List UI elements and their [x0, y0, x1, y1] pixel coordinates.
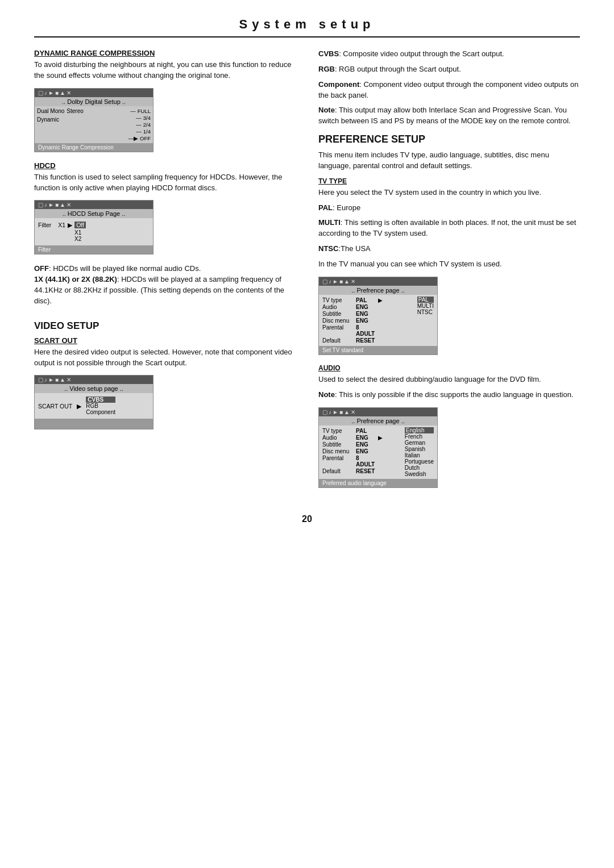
- dolby-title-label: .. Dolby Digital Setup ..: [35, 97, 153, 106]
- tvtype-titlebar: ▢ ♪ ► ■ ▲ ✕: [319, 277, 437, 286]
- dash2: —: [136, 115, 142, 121]
- tvtype-footer: Set TV standard: [319, 346, 437, 354]
- cvbs-text: CVBS: Composite video output through the…: [318, 49, 580, 60]
- tvtype-row-parental: Parental 8 ADULT: [322, 324, 415, 337]
- tvtype-ui-box: ▢ ♪ ► ■ ▲ ✕ .. Prefrence page .. TV type…: [318, 277, 438, 355]
- close-icon5: ✕: [351, 409, 355, 415]
- a-default-label: Default: [322, 468, 354, 474]
- audio-row-tvtype: TV type PAL: [322, 428, 403, 434]
- bar-full-label: FULL: [138, 108, 151, 114]
- tvtype-options: PAL MULTI NTSC: [417, 297, 434, 344]
- tvtype-inner: TV type PAL ▶ Audio ENG Subtitle ENG: [319, 295, 437, 346]
- filter-arrow: ▶: [68, 222, 72, 228]
- dash4: —: [136, 128, 142, 135]
- tv-icon2: ▢: [38, 202, 43, 208]
- dolby-left: Dual Mono Stereo Dynamic: [37, 108, 128, 141]
- a-sub-val: ENG: [356, 441, 376, 448]
- component-text: Component: Component video output throug…: [318, 80, 580, 101]
- tvtype-rows: TV type PAL ▶ Audio ENG Subtitle ENG: [322, 297, 434, 344]
- tv-icon5: ▢: [322, 409, 327, 415]
- tv-type-heading: TV TYPE: [318, 177, 580, 185]
- a-disc-label: Disc menu: [322, 448, 354, 454]
- bar-full: — FULL: [130, 108, 151, 114]
- audio-row-audio: Audio ENG ▶: [322, 435, 403, 441]
- scart-out-label: SCART OUT: [38, 403, 72, 410]
- pref-heading: PREFERENCE SETUP: [318, 133, 580, 145]
- tvtype-row-audio: Audio ENG: [322, 304, 415, 310]
- a-audio-val: ENG: [356, 435, 376, 441]
- tvtype-row-default: Default RESET: [322, 337, 415, 344]
- cvbs-option: CVBS: [86, 397, 115, 403]
- music-icon: ♪: [44, 90, 47, 96]
- tvtype-arrow: ▶: [378, 297, 384, 303]
- off-bold: OFF: [34, 264, 49, 273]
- hdcd-titlebar: ▢ ♪ ► ■ ▲ ✕: [35, 201, 153, 209]
- check-icon3: ■: [55, 377, 59, 383]
- dual-mono-label: Dual Mono: [37, 108, 64, 114]
- note-text: Note: This output may allow both Interla…: [318, 105, 580, 127]
- default-label: Default: [322, 337, 354, 344]
- dash3: —: [136, 122, 142, 128]
- info-icon5: ▲: [344, 409, 350, 415]
- scart-heading: SCART OUT: [34, 336, 296, 345]
- dutch-option: Dutch: [405, 465, 434, 471]
- a-default-val: RESET: [356, 468, 376, 474]
- tvtype-row-tvtype: TV type PAL ▶: [322, 297, 415, 303]
- drc-body: To avoid disturbing the neighbours at ni…: [34, 60, 296, 81]
- check-icon4: ■: [339, 278, 343, 285]
- portuguese-option: Portuguese: [405, 458, 434, 465]
- movie-icon3: ►: [48, 377, 54, 383]
- video-ui-box: ▢ ♪ ► ■ ▲ ✕ .. Video setup page .. SCART…: [34, 375, 154, 429]
- disc-val: ENG: [356, 318, 376, 324]
- a-tvtype-val: PAL: [356, 428, 376, 434]
- pal-text: PAL: Europe: [318, 203, 580, 214]
- parental-val: 8 ADULT: [356, 324, 376, 337]
- audio-icons: ▢ ♪ ► ■ ▲ ✕: [322, 409, 355, 415]
- hdcd-footer: Filter: [35, 245, 153, 254]
- a-audio-label: Audio: [322, 435, 354, 441]
- check-icon: ■: [55, 90, 59, 96]
- video-section: VIDEO SETUP SCART OUT Here the desired v…: [34, 320, 296, 430]
- english-option: English: [405, 427, 434, 433]
- italian-option: Italian: [405, 452, 434, 458]
- ntsc-text: NTSC:The USA: [318, 244, 580, 254]
- drc-heading: DYNAMIC RANGE COMPRESSION: [34, 49, 296, 57]
- ntsc-option: NTSC: [417, 309, 434, 315]
- hdcd-heading: HDCD: [34, 161, 296, 170]
- french-option: French: [405, 433, 434, 440]
- a-sub-label: Subtitle: [322, 441, 354, 448]
- audio-val: ENG: [356, 304, 376, 310]
- music-icon2: ♪: [44, 202, 47, 208]
- close-icon2: ✕: [67, 202, 71, 208]
- a-parental-val: 8 ADULT: [356, 455, 376, 468]
- music-icon5: ♪: [329, 409, 331, 415]
- multi-text: MULTI: This setting is often available i…: [318, 218, 580, 239]
- tvtype-icons: ▢ ♪ ► ■ ▲ ✕: [322, 278, 355, 285]
- check-icon2: ■: [55, 202, 59, 208]
- hdcd-title-label: .. HDCD Setup Page ..: [35, 209, 153, 218]
- scart-arrow: ▶: [77, 403, 81, 410]
- tv-icon4: ▢: [322, 278, 327, 285]
- info-icon2: ▲: [60, 202, 65, 208]
- movie-icon: ►: [48, 90, 54, 96]
- hdcd-ui-box: ▢ ♪ ► ■ ▲ ✕ .. HDCD Setup Page .. Filter…: [34, 200, 154, 254]
- hdcd-options-row: X1 X2: [72, 229, 150, 242]
- tv-manual-text: In the TV manual you can see which TV sy…: [318, 259, 580, 270]
- tvtype-left: TV type PAL ▶ Audio ENG Subtitle ENG: [322, 297, 415, 344]
- check-icon5: ■: [339, 409, 343, 415]
- swedish-option: Swedish: [405, 471, 434, 477]
- subtitle-val: ENG: [356, 311, 376, 317]
- tvtype-row-sub: Subtitle ENG: [322, 311, 415, 317]
- component-option: Component: [86, 409, 115, 415]
- german-option: German: [405, 440, 434, 446]
- tv-icon3: ▢: [38, 377, 43, 383]
- hdcd-inner: Filter X1 ▶ Off X1 X2: [35, 218, 153, 245]
- audio-row-sub: Subtitle ENG: [322, 441, 403, 448]
- info-icon3: ▲: [60, 377, 65, 383]
- bar-3-4-label: 3/4: [143, 115, 151, 121]
- audio-rows: TV type PAL Audio ENG ▶ Subtitle ENG: [322, 427, 434, 477]
- dynamic-label: Dynamic: [37, 116, 128, 123]
- tv-type-body: Here you select the TV system used in th…: [318, 187, 580, 198]
- audio-titlebar: ▢ ♪ ► ■ ▲ ✕: [319, 408, 437, 416]
- audio-options: English French German Spanish Italian Po…: [405, 427, 434, 477]
